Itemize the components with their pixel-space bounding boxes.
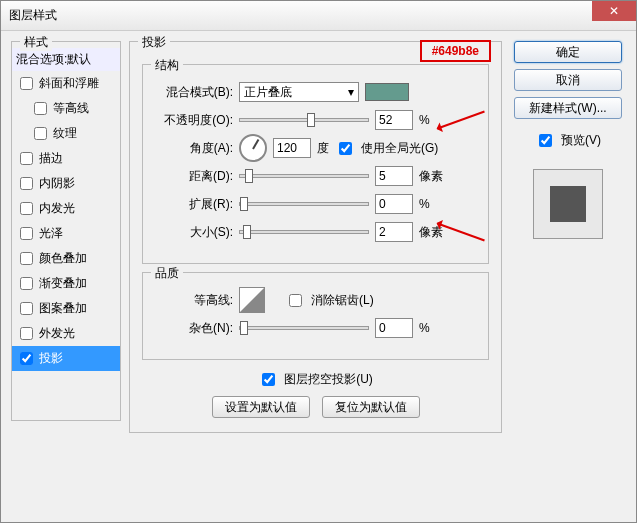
- style-checkbox[interactable]: [20, 252, 33, 265]
- spread-label: 扩展(R):: [155, 196, 233, 213]
- window-title: 图层样式: [9, 7, 628, 24]
- style-label: 投影: [39, 350, 63, 367]
- spread-input[interactable]: [375, 194, 413, 214]
- structure-legend: 结构: [151, 57, 183, 74]
- style-item[interactable]: 等高线: [12, 96, 120, 121]
- distance-unit: 像素: [419, 168, 443, 185]
- styles-header: 样式: [20, 34, 52, 51]
- spread-unit: %: [419, 197, 430, 211]
- style-item[interactable]: 渐变叠加: [12, 271, 120, 296]
- style-label: 斜面和浮雕: [39, 75, 99, 92]
- noise-label: 杂色(N):: [155, 320, 233, 337]
- contour-picker[interactable]: [239, 287, 265, 313]
- knockout-checkbox[interactable]: [262, 373, 275, 386]
- blend-mode-label: 混合模式(B):: [155, 84, 233, 101]
- close-button[interactable]: ✕: [592, 1, 636, 21]
- style-checkbox[interactable]: [20, 277, 33, 290]
- preview-box: [533, 169, 603, 239]
- contour-label: 等高线:: [155, 292, 233, 309]
- preview-checkbox[interactable]: [539, 134, 552, 147]
- annotation-arrow: [437, 223, 485, 242]
- size-input[interactable]: [375, 222, 413, 242]
- angle-dial[interactable]: [239, 134, 267, 162]
- style-label: 图案叠加: [39, 300, 87, 317]
- size-slider[interactable]: [239, 230, 369, 234]
- shadow-color-swatch[interactable]: [365, 83, 409, 101]
- style-item[interactable]: 投影: [12, 346, 120, 371]
- style-default[interactable]: 混合选项:默认: [12, 48, 120, 71]
- style-checkbox[interactable]: [20, 327, 33, 340]
- style-checkbox[interactable]: [20, 152, 33, 165]
- style-checkbox[interactable]: [20, 352, 33, 365]
- style-item[interactable]: 光泽: [12, 221, 120, 246]
- style-checkbox[interactable]: [34, 102, 47, 115]
- layer-style-dialog: 图层样式 ✕ 样式 混合选项:默认 斜面和浮雕等高线纹理描边内阴影内发光光泽颜色…: [0, 0, 637, 523]
- quality-legend: 品质: [151, 265, 183, 282]
- opacity-slider[interactable]: [239, 118, 369, 122]
- blend-mode-dropdown[interactable]: 正片叠底: [239, 82, 359, 102]
- opacity-label: 不透明度(O):: [155, 112, 233, 129]
- hex-callout: #649b8e: [420, 40, 491, 62]
- style-checkbox[interactable]: [20, 227, 33, 240]
- cancel-button[interactable]: 取消: [514, 69, 622, 91]
- style-checkbox[interactable]: [20, 302, 33, 315]
- style-item[interactable]: 斜面和浮雕: [12, 71, 120, 96]
- right-panel: 确定 取消 新建样式(W)... 预览(V): [510, 41, 626, 512]
- size-label: 大小(S):: [155, 224, 233, 241]
- style-label: 内发光: [39, 200, 75, 217]
- style-item[interactable]: 内发光: [12, 196, 120, 221]
- style-label: 描边: [39, 150, 63, 167]
- style-label: 光泽: [39, 225, 63, 242]
- style-label: 内阴影: [39, 175, 75, 192]
- angle-unit: 度: [317, 140, 329, 157]
- distance-slider[interactable]: [239, 174, 369, 178]
- opacity-input[interactable]: [375, 110, 413, 130]
- main-panel: 投影 #649b8e 结构 混合模式(B): 正片叠底 不透明度(O): %: [129, 41, 502, 512]
- opacity-unit: %: [419, 113, 430, 127]
- knockout-label: 图层挖空投影(U): [284, 371, 373, 388]
- styles-panel: 样式 混合选项:默认 斜面和浮雕等高线纹理描边内阴影内发光光泽颜色叠加渐变叠加图…: [11, 41, 121, 512]
- style-item[interactable]: 外发光: [12, 321, 120, 346]
- new-style-button[interactable]: 新建样式(W)...: [514, 97, 622, 119]
- preview-swatch: [550, 186, 586, 222]
- style-checkbox[interactable]: [20, 202, 33, 215]
- spread-slider[interactable]: [239, 202, 369, 206]
- style-item[interactable]: 纹理: [12, 121, 120, 146]
- preview-label: 预览(V): [561, 132, 601, 149]
- antialias-label: 消除锯齿(L): [311, 292, 374, 309]
- style-item[interactable]: 图案叠加: [12, 296, 120, 321]
- noise-input[interactable]: [375, 318, 413, 338]
- distance-label: 距离(D):: [155, 168, 233, 185]
- make-default-button[interactable]: 设置为默认值: [212, 396, 310, 418]
- style-label: 颜色叠加: [39, 250, 87, 267]
- angle-input[interactable]: [273, 138, 311, 158]
- style-checkbox[interactable]: [20, 177, 33, 190]
- antialias-checkbox[interactable]: [289, 294, 302, 307]
- style-checkbox[interactable]: [20, 77, 33, 90]
- noise-slider[interactable]: [239, 326, 369, 330]
- style-label: 等高线: [53, 100, 89, 117]
- noise-unit: %: [419, 321, 430, 335]
- style-item[interactable]: 颜色叠加: [12, 246, 120, 271]
- style-label: 外发光: [39, 325, 75, 342]
- global-light-label: 使用全局光(G): [361, 140, 438, 157]
- style-checkbox[interactable]: [34, 127, 47, 140]
- annotation-arrow: [437, 111, 485, 130]
- style-item[interactable]: 内阴影: [12, 171, 120, 196]
- style-label: 渐变叠加: [39, 275, 87, 292]
- main-title: 投影: [138, 34, 170, 51]
- distance-input[interactable]: [375, 166, 413, 186]
- style-item[interactable]: 描边: [12, 146, 120, 171]
- titlebar: 图层样式 ✕: [1, 1, 636, 31]
- angle-label: 角度(A):: [155, 140, 233, 157]
- global-light-checkbox[interactable]: [339, 142, 352, 155]
- reset-default-button[interactable]: 复位为默认值: [322, 396, 420, 418]
- style-label: 纹理: [53, 125, 77, 142]
- ok-button[interactable]: 确定: [514, 41, 622, 63]
